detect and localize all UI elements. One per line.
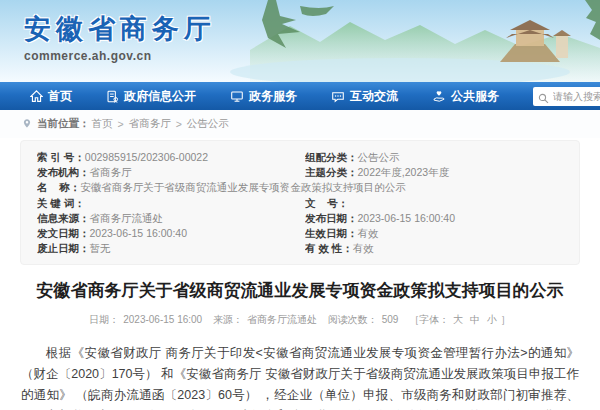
page: 安徽省商务厅 commerce.ah.gov.cn 首页 政府信息公开 政务服务 [0,0,600,410]
info-value: 002985915/202306-00022 [85,151,208,163]
home-icon [30,90,43,103]
info-row-validity: 有 效 性：有效 [305,241,563,256]
nav-item-gov-services[interactable]: 政务服务 [230,88,297,105]
font-size-large-button[interactable]: 大 [453,314,463,325]
info-value: 有效 [358,227,379,239]
font-controls-open: ［字体： [409,314,449,325]
date-label: 日期： [89,314,119,325]
nav-item-public-services[interactable]: 公共服务 [432,88,499,105]
nav-item-gov-info[interactable]: 政府信息公开 [106,88,196,105]
site-logo[interactable]: 安徽省商务厅 commerce.ah.gov.cn [24,11,216,63]
info-value: 暂无 [90,242,111,254]
info-row-docnum: 文 号： [305,196,563,211]
info-row-pubdate: 发布日期：2023-06-15 16:00:40 [305,211,563,226]
monitor-icon [230,90,244,103]
info-row-name: 名 称：安徽省商务厅关于省级商贸流通业发展专项资金政策拟支持项目的公示 [37,180,563,195]
nav-item-label: 互动交流 [350,88,398,105]
nav-item-interaction[interactable]: 互动交流 [331,88,398,105]
site-url: commerce.ah.gov.cn [24,49,216,63]
site-banner: 安徽省商务厅 commerce.ah.gov.cn [0,0,600,82]
info-row-topic: 主题分类：2022年度,2023年度 [305,165,563,180]
nav-item-label: 公共服务 [451,88,499,105]
info-label: 索 引 号： [37,151,85,163]
location-pin-icon [22,118,32,131]
info-label: 废止日期： [37,242,90,254]
article-date: 日期：2023-06-15 16:00 [87,314,204,325]
article-meta: 日期：2023-06-15 16:00 来源：省商务厅流通处 阅读次数：509 … [0,313,600,335]
info-value: 安徽省商务厅关于省级商贸流通业发展专项资金政策拟支持项目的公示 [80,181,406,193]
info-label: 文 号： [305,197,348,209]
info-label: 信息来源： [37,212,90,224]
info-label: 发布日期： [305,212,358,224]
source-value: 省商务厅流通处 [247,314,317,325]
font-size-small-button[interactable]: 小 [487,314,497,325]
search-box [533,86,600,106]
info-label: 组配分类： [305,151,358,163]
info-value: 2023-06-15 16:00:40 [358,212,456,224]
article-source: 来源：省商务厅流通处 [211,314,319,325]
breadcrumb-separator: > [176,118,182,130]
font-size-medium-button[interactable]: 中 [470,314,480,325]
views-label: 阅读次数： [328,314,378,325]
views-value: 509 [382,314,399,325]
info-row-category: 组配分类：公告公示 [305,150,563,165]
info-value: 2022年度,2023年度 [358,166,450,178]
font-controls-close: ］ [501,314,511,325]
info-row-agency: 发布机构：省商务厅 [37,165,295,180]
document-info-panel: 索 引 号：002985915/202306-00022 组配分类：公告公示 发… [20,140,580,265]
info-row-keyword: 关 键 词： [37,196,295,211]
info-label: 主题分类： [305,166,358,178]
info-row-effectdate: 生效日期：有效 [305,226,563,241]
hand-heart-icon [432,90,446,103]
source-label: 来源： [213,314,243,325]
document-icon [106,90,119,103]
info-label: 名 称： [37,181,80,193]
nav-item-label: 政务服务 [249,88,297,105]
info-value: 2023-06-15 16:00:40 [90,227,188,239]
breadcrumb-item-department[interactable]: 省商务厅 [129,117,171,131]
info-label: 关 键 词： [37,197,85,209]
info-row-issuedate: 发文日期：2023-06-15 16:00:40 [37,226,295,241]
info-row-abolishdate: 废止日期：暂无 [37,241,295,256]
search-icon [538,90,549,108]
breadcrumb-label: 当前位置： [37,117,90,131]
nav-item-label: 政府信息公开 [124,88,196,105]
info-value: 公告公示 [358,151,400,163]
site-title: 安徽省商务厅 [24,11,216,47]
info-value: 有效 [353,242,374,254]
chat-icon [331,90,345,103]
info-label: 生效日期： [305,227,358,239]
breadcrumb: 当前位置： 首页 > 省商务厅 > 公告公示 [0,110,600,138]
breadcrumb-item-home[interactable]: 首页 [92,117,113,131]
date-value: 2023-06-15 16:00 [123,314,202,325]
info-label: 发文日期： [37,227,90,239]
info-row-index: 索 引 号：002985915/202306-00022 [37,150,295,165]
info-value: 省商务厅 [90,166,132,178]
article-title: 安徽省商务厅关于省级商贸流通业发展专项资金政策拟支持项目的公示 [24,280,576,302]
font-size-controls: ［字体：大 中 小］ [407,314,513,325]
breadcrumb-separator: > [118,118,124,130]
info-label: 有 效 性： [305,242,353,254]
info-label: 发布机构： [37,166,90,178]
info-value: 省商务厅流通处 [90,212,164,224]
breadcrumb-item-announcements[interactable]: 公告公示 [187,117,229,131]
nav-item-home[interactable]: 首页 [30,88,72,105]
main-navigation: 首页 政府信息公开 政务服务 互动交流 公共服务 [0,82,600,110]
article-views: 阅读次数：509 [326,314,401,325]
article-body: 根据《安徽省财政厅 商务厅关于印发<安徽省商贸流通业发展专项资金管理暂行办法>的… [21,343,579,410]
nav-item-label: 首页 [48,88,72,105]
info-row-source: 信息来源：省商务厅流通处 [37,211,295,226]
search-area: 搜索 [533,86,600,106]
